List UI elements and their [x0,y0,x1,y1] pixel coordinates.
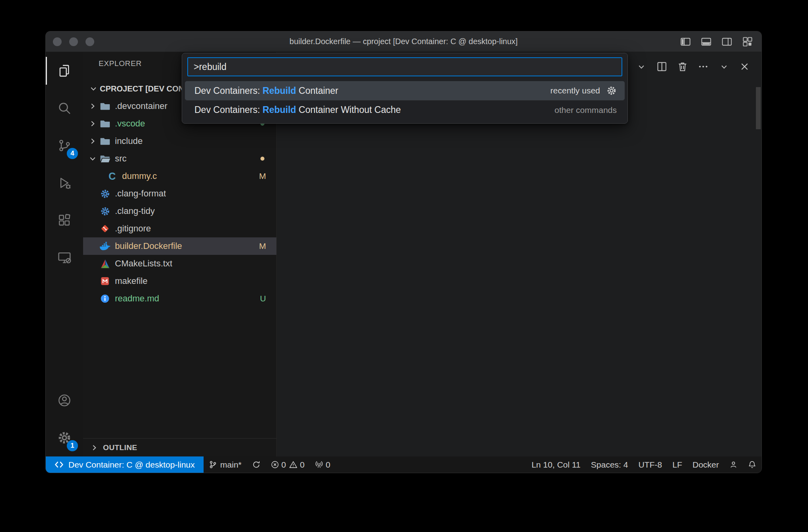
problems-status[interactable]: 0 0 [266,456,310,473]
file-label: builder.Dockerfile [115,241,182,251]
scrollbar-thumb[interactable] [756,87,761,129]
docker-file-icon [98,240,112,252]
chevron-right-icon[interactable] [87,118,98,129]
indentation[interactable]: Spaces: 4 [586,456,633,473]
tree-item-dummy.c[interactable]: Cdummy.cM [83,167,276,185]
activity-search[interactable] [46,89,83,127]
bell-icon [748,460,756,469]
eol[interactable]: LF [667,456,688,473]
activity-bar: 4 1 [46,52,83,456]
tree-item-src[interactable]: src [83,150,276,167]
chevron-right-icon[interactable] [87,101,98,112]
git-branch-icon [209,460,217,469]
feedback[interactable] [724,456,743,473]
ports-status[interactable]: 0 [310,456,336,473]
c-file-icon: C [105,170,119,182]
folder-icon [98,100,112,112]
file-label: .gitignore [115,223,151,234]
file-label: .clang-format [115,188,166,199]
zoom-window-button[interactable] [85,37,94,46]
more-actions-button[interactable] [697,60,710,73]
warning-icon [289,460,297,469]
chevron-down-icon[interactable] [87,153,98,164]
gear-small-icon[interactable] [606,85,617,96]
activity-explorer[interactable] [46,52,83,89]
tree-item-builder.Dockerfile[interactable]: builder.DockerfileM [83,237,276,255]
gear-file-icon [98,205,112,217]
layout-controls [680,36,754,48]
twisty-spacer [87,276,98,287]
remote-explorer-icon [57,250,72,265]
folder-open-icon [98,153,112,165]
remote-indicator[interactable]: Dev Container: C @ desktop-linux [46,456,204,473]
file-label: .clang-tidy [115,206,155,216]
close-panel-button[interactable] [738,60,751,73]
ports-count: 0 [326,460,330,470]
file-label: .vscode [115,118,145,129]
activity-settings[interactable]: 1 [46,419,83,456]
kill-terminal-button[interactable] [676,60,689,73]
command-item-1[interactable]: Dev Containers: Rebuild Containerrecentl… [185,81,625,100]
status-right: Ln 10, Col 11 Spaces: 4 UTF-8 LF Docker [526,456,761,473]
tree-item-.gitignore[interactable]: .gitignore [83,220,276,237]
git-status-badge: M [259,241,266,251]
cursor-label: Ln 10, Col 11 [532,460,581,470]
activity-bar-bottom: 1 [46,382,83,456]
traffic-lights [53,37,94,46]
activity-run-debug[interactable] [46,164,83,202]
layout-sidebar-icon[interactable] [680,36,691,48]
terminal-profile-button[interactable] [635,60,648,73]
info-file-icon [98,293,112,305]
activity-remote-explorer[interactable] [46,239,83,276]
extensions-icon [57,213,72,228]
git-status-badge: M [259,171,266,181]
activity-extensions[interactable] [46,202,83,239]
tree-item-readme.md[interactable]: readme.mdU [83,290,276,307]
activity-accounts[interactable] [46,382,83,419]
encoding[interactable]: UTF-8 [633,456,667,473]
error-icon [271,460,279,469]
files-icon [57,63,72,78]
twisty-spacer [94,171,105,182]
layout-customize-icon[interactable] [742,36,754,48]
twisty-spacer [87,293,98,304]
tree-item-makefile[interactable]: makefile [83,272,276,290]
command-input[interactable] [187,57,622,76]
sync-status[interactable] [247,456,266,473]
minimize-window-button[interactable] [69,37,78,46]
hide-panel-button[interactable] [717,60,730,73]
status-left: main* 0 0 0 [204,456,336,473]
notifications[interactable] [743,456,761,473]
branch-label: main* [220,460,242,470]
language-mode[interactable]: Docker [687,456,724,473]
close-window-button[interactable] [53,37,62,46]
twisty-spacer [87,223,98,234]
command-item-2[interactable]: Dev Containers: Rebuild Container Withou… [185,100,625,119]
vscode-window: builder.Dockerfile — cproject [Dev Conta… [45,31,762,473]
language-label: Docker [692,460,719,470]
error-count: 0 [282,460,286,470]
cursor-position[interactable]: Ln 10, Col 11 [526,456,586,473]
tree-item-include[interactable]: include [83,132,276,150]
remote-label: Dev Container: C @ desktop-linux [68,460,195,470]
file-label: readme.md [115,293,159,304]
layout-panel-icon[interactable] [700,36,712,48]
tree-item-.clang-tidy[interactable]: .clang-tidy [83,202,276,220]
twisty-spacer [87,206,98,217]
panel-toolbar [614,60,751,73]
folder-icon [98,118,112,130]
command-item-meta: recently used [550,86,600,95]
tree-item-.clang-format[interactable]: .clang-format [83,185,276,202]
branch-status[interactable]: main* [204,456,247,473]
command-item-label: Dev Containers: Rebuild Container Withou… [194,105,401,115]
layout-secondary-sidebar-icon[interactable] [721,36,733,48]
split-panel-button[interactable] [655,60,668,73]
sync-icon [252,460,260,469]
chevron-right-icon[interactable] [87,136,98,147]
cmake-file-icon [98,258,112,270]
tree-item-CMakeLists.txt[interactable]: CMakeLists.txt [83,255,276,272]
title-bar: builder.Dockerfile — cproject [Dev Conta… [46,31,761,52]
outline-section-header[interactable]: OUTLINE [83,438,276,456]
activity-source-control[interactable]: 4 [46,127,83,164]
twisty-spacer [87,241,98,252]
